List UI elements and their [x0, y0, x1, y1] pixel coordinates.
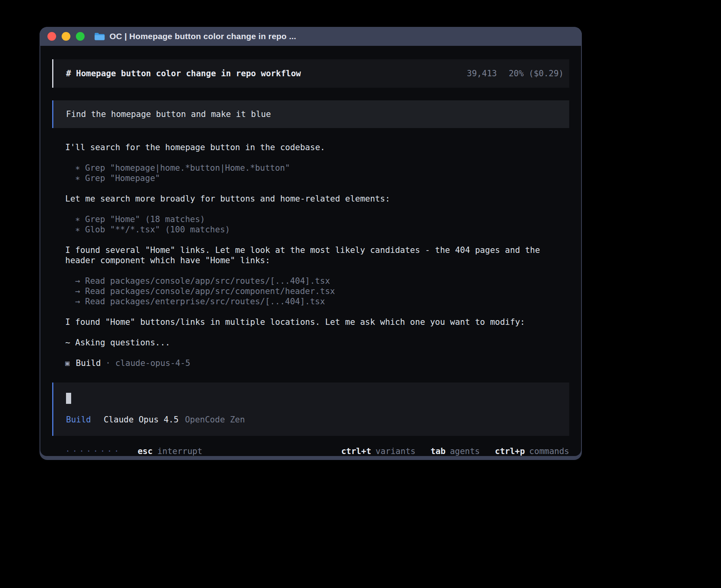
assistant-text: Let me search more broadly for buttons a…	[65, 194, 569, 204]
provider-label: OpenCode Zen	[185, 415, 245, 425]
assistant-text: I found "Home" buttons/links in multiple…	[65, 317, 569, 327]
model-label: Claude Opus 4.5	[104, 415, 179, 425]
esc-label: interrupt	[157, 446, 202, 456]
traffic-lights	[47, 32, 85, 41]
prompt-input[interactable]: Build Claude Opus 4.5 OpenCode Zen	[52, 383, 569, 436]
esc-key-hint: esc	[138, 446, 153, 456]
assistant-transcript: I'll search for the homepage button in t…	[52, 142, 569, 368]
shortcut-key: ctrl+t	[341, 446, 371, 456]
close-button[interactable]	[47, 32, 56, 41]
user-message: Find the homepage button and make it blu…	[52, 100, 569, 128]
window-title: OC | Homepage button color change in rep…	[109, 32, 296, 41]
shortcut-agents: tab agents	[430, 446, 480, 456]
tool-call-grep: ∗ Grep "Home" (18 matches)	[65, 214, 569, 224]
session-header: # Homepage button color change in repo w…	[52, 59, 569, 88]
agent-task-row: ▣ Build · claude-opus-4-5	[65, 358, 569, 368]
text-cursor	[66, 393, 71, 404]
shortcut-variants: ctrl+t variants	[341, 446, 415, 456]
session-title: # Homepage button color change in repo w…	[66, 68, 301, 79]
agent-model: claude-opus-4-5	[115, 358, 191, 368]
agent-name: Build	[76, 358, 101, 368]
spinner-dots: ········	[65, 446, 121, 456]
token-count: 39,413	[467, 68, 497, 79]
status-right: ctrl+t variants tab agents ctrl+p comman…	[341, 446, 569, 456]
tool-call-read: → Read packages/console/app/src/routes/[…	[65, 276, 569, 286]
assistant-text: I found several "Home" links. Let me loo…	[65, 245, 569, 266]
status-left: ········ esc interrupt	[65, 446, 202, 456]
shortcut-label: agents	[450, 446, 480, 456]
zoom-button[interactable]	[76, 32, 85, 41]
tool-call-grep: ∗ Grep "homepage|home.*button|Home.*butt…	[65, 163, 569, 173]
shortcut-key: tab	[430, 446, 445, 456]
folder-icon	[94, 32, 105, 41]
session-stats: 39,413 20% ($0.29)	[467, 68, 564, 79]
minimize-button[interactable]	[62, 32, 70, 41]
asking-questions-status: ~ Asking questions...	[65, 337, 569, 348]
tool-call-glob: ∗ Glob "**/*.tsx" (100 matches)	[65, 224, 569, 235]
shortcut-commands: ctrl+p commands	[495, 446, 569, 456]
assistant-text: I'll search for the homepage button in t…	[65, 142, 569, 153]
shortcut-label: variants	[376, 446, 415, 456]
agent-separator-dot: ·	[106, 358, 111, 368]
agent-mode-label: Build	[66, 415, 91, 425]
user-message-text: Find the homepage button and make it blu…	[66, 109, 271, 119]
tool-call-grep: ∗ Grep "Homepage"	[65, 173, 569, 183]
agent-icon: ▣	[65, 358, 70, 368]
tool-call-read: → Read packages/enterprise/src/routes/[.…	[65, 296, 569, 307]
terminal-content: # Homepage button color change in repo w…	[40, 46, 581, 456]
shortcut-key: ctrl+p	[495, 446, 525, 456]
terminal-window: OC | Homepage button color change in rep…	[40, 27, 582, 460]
status-bar: ········ esc interrupt ctrl+t variants t…	[52, 446, 569, 456]
input-meta-row: Build Claude Opus 4.5 OpenCode Zen	[66, 415, 557, 425]
window-titlebar[interactable]: OC | Homepage button color change in rep…	[40, 27, 582, 46]
context-usage: 20% ($0.29)	[509, 68, 564, 79]
tool-call-read: → Read packages/console/app/src/componen…	[65, 286, 569, 296]
shortcut-label: commands	[529, 446, 569, 456]
